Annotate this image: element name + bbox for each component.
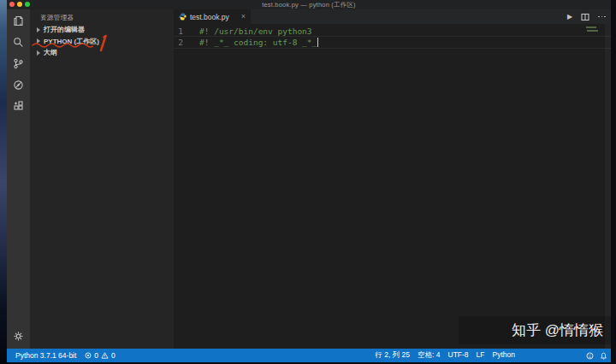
status-icons bbox=[586, 352, 607, 360]
notifications-bell-icon[interactable] bbox=[600, 352, 607, 360]
minimize-window-button[interactable] bbox=[17, 2, 22, 7]
warning-icon bbox=[101, 352, 109, 359]
text-cursor bbox=[317, 38, 318, 47]
screen: test.book.py — python (工作区) bbox=[0, 0, 616, 364]
code-text: #! /usr/bin/env python3 bbox=[199, 26, 312, 36]
chevron-right-icon bbox=[37, 27, 40, 32]
sidebar-item-label: 打开的编辑器 bbox=[44, 25, 85, 34]
line-number: 2 bbox=[174, 38, 183, 47]
line-number: 1 bbox=[174, 26, 183, 36]
python-icon bbox=[179, 13, 187, 21]
tab-test-book-py[interactable]: test.book.py × bbox=[174, 9, 251, 24]
python-interpreter-status[interactable]: Python 3.7.1 64-bit bbox=[15, 351, 76, 360]
problems-status[interactable]: 0 0 bbox=[85, 351, 115, 360]
tab-bar: test.book.py × ▶ bbox=[174, 9, 611, 24]
source-control-icon[interactable] bbox=[13, 57, 25, 69]
editor-actions: ▶ bbox=[567, 9, 606, 24]
close-tab-icon[interactable]: × bbox=[241, 13, 246, 21]
close-window-button[interactable] bbox=[9, 2, 15, 7]
traffic-lights bbox=[9, 2, 30, 7]
activity-bar bbox=[7, 9, 30, 349]
code-area[interactable]: 1 #! /usr/bin/env python3 2 #! _*_ codin… bbox=[174, 24, 611, 349]
split-editor-icon[interactable] bbox=[581, 9, 589, 25]
status-bar: Python 3.7.1 64-bit 0 0 行 2, 列 25 空格: 4 … bbox=[7, 349, 611, 362]
explorer-icon[interactable] bbox=[13, 15, 25, 26]
status-left: Python 3.7.1 64-bit 0 0 bbox=[7, 351, 116, 360]
minimap-line bbox=[586, 26, 596, 28]
status-right: 行 2, 列 25 空格: 4 UTF-8 LF Python bbox=[375, 350, 515, 361]
annotation-squiggle-underline bbox=[32, 42, 93, 48]
code-line-2: 2 #! _*_ coding: utf-8 _*_ bbox=[174, 37, 611, 48]
feedback-smiley-icon[interactable] bbox=[586, 352, 594, 360]
editor-region: test.book.py × ▶ 1 #! /usr/bin/env bbox=[174, 9, 611, 349]
window-title: test.book.py — python (工作区) bbox=[262, 1, 356, 9]
minimap-line bbox=[587, 30, 598, 32]
explorer-sidebar: 资源管理器 打开的编辑器 PYTHON (工作区) 大纲 bbox=[30, 9, 174, 349]
run-file-icon[interactable]: ▶ bbox=[567, 13, 572, 21]
editor-scrollbar[interactable] bbox=[605, 24, 611, 349]
indentation-status[interactable]: 空格: 4 bbox=[418, 350, 440, 361]
sidebar-title: 资源管理器 bbox=[30, 9, 174, 24]
sidebar-item-label: 大纲 bbox=[44, 48, 57, 57]
language-mode-status[interactable]: Python bbox=[493, 350, 515, 361]
extensions-icon[interactable] bbox=[13, 100, 25, 112]
code-text: #! _*_ coding: utf-8 _*_ bbox=[199, 38, 317, 47]
watermark-band: 知乎 @惰惰猴 bbox=[459, 316, 611, 344]
zhihu-watermark: 知乎 @惰惰猴 bbox=[512, 320, 603, 340]
encoding-status[interactable]: UTF-8 bbox=[448, 350, 469, 361]
tab-label: test.book.py bbox=[190, 13, 229, 21]
annotation-marker-1 bbox=[97, 34, 109, 52]
vscode-window: test.book.py — python (工作区) bbox=[7, 0, 611, 362]
chevron-right-icon bbox=[37, 50, 40, 56]
code-line-1: 1 #! /usr/bin/env python3 bbox=[174, 26, 611, 37]
zoom-window-button[interactable] bbox=[25, 2, 30, 7]
more-actions-icon[interactable] bbox=[598, 16, 606, 18]
error-icon bbox=[85, 352, 92, 359]
warning-count: 0 bbox=[111, 351, 116, 360]
error-count: 0 bbox=[94, 351, 98, 360]
titlebar: test.book.py — python (工作区) bbox=[7, 0, 611, 9]
cursor-position-status[interactable]: 行 2, 列 25 bbox=[375, 350, 410, 361]
gear-icon[interactable] bbox=[13, 330, 25, 342]
debug-icon[interactable] bbox=[13, 79, 25, 91]
eol-status[interactable]: LF bbox=[477, 350, 485, 361]
search-icon[interactable] bbox=[13, 36, 25, 48]
